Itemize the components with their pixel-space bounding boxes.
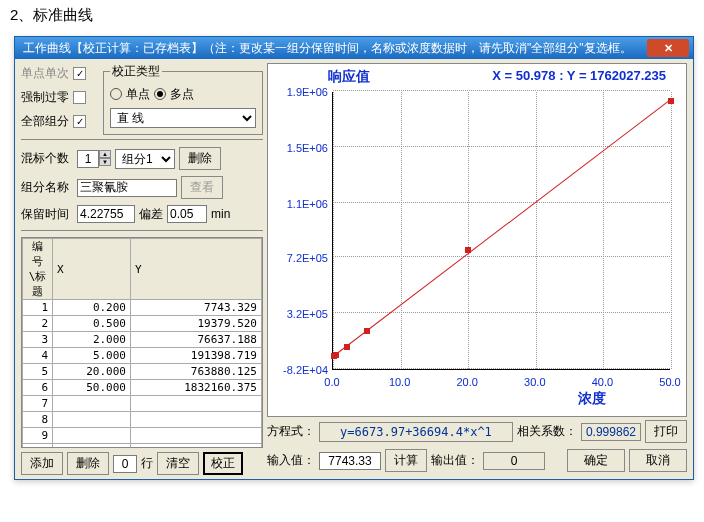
col-y: Y xyxy=(131,239,262,300)
chart-coord: X = 50.978 : Y = 1762027.235 xyxy=(492,68,666,83)
app-window: 工作曲线【校正计算：已存档表】（注：更改某一组分保留时间，名称或浓度数据时，请先… xyxy=(14,36,694,480)
table-row[interactable]: 8 xyxy=(23,412,262,428)
deviation-label: 偏差 xyxy=(139,206,163,223)
table-row[interactable]: 45.000191398.719 xyxy=(23,348,262,364)
fit-type-select[interactable]: 直 线 xyxy=(110,108,256,128)
table-row[interactable]: 20.50019379.520 xyxy=(23,316,262,332)
all-groups-checkbox[interactable]: ✓ xyxy=(73,115,86,128)
group-select[interactable]: 组分1 xyxy=(115,149,175,169)
clear-button[interactable]: 清空 xyxy=(157,452,199,475)
radio-single[interactable] xyxy=(110,88,122,100)
retention-input[interactable] xyxy=(77,205,135,223)
chart-ylabel: 响应值 xyxy=(328,68,370,86)
data-table: 编号\标题 X Y 10.2007743.32920.50019379.5203… xyxy=(21,237,263,448)
table-row[interactable]: 10.2007743.329 xyxy=(23,300,262,316)
rcoef-label: 相关系数： xyxy=(517,423,577,440)
table-row[interactable]: 520.000763880.125 xyxy=(23,364,262,380)
window-title: 工作曲线【校正计算：已存档表】（注：更改某一组分保留时间，名称或浓度数据时，请先… xyxy=(19,40,647,57)
correct-button[interactable]: 校正 xyxy=(203,452,243,475)
force-zero-label: 强制过零 xyxy=(21,89,69,106)
mixstd-count-label: 混标个数 xyxy=(21,150,73,167)
row-index-input[interactable] xyxy=(113,455,137,473)
mixstd-count-input[interactable] xyxy=(77,150,99,168)
unit-min: min xyxy=(211,207,230,221)
calc-button[interactable]: 计算 xyxy=(385,449,427,472)
all-groups-label: 全部组分 xyxy=(21,113,69,130)
ok-button[interactable]: 确定 xyxy=(567,449,625,472)
col-rownum: 编号\标题 xyxy=(23,239,53,300)
single-mode-checkbox[interactable]: ✓ xyxy=(73,67,86,80)
group-name-label: 组分名称 xyxy=(21,179,73,196)
delete-group-button[interactable]: 删除 xyxy=(179,147,221,170)
deviation-input[interactable] xyxy=(167,205,207,223)
table-row[interactable]: 7 xyxy=(23,396,262,412)
group-name-input[interactable] xyxy=(77,179,177,197)
output-label: 输出值： xyxy=(431,452,479,469)
input-label: 输入值： xyxy=(267,452,315,469)
output-value: 0 xyxy=(483,452,545,470)
rcoef-value: 0.999862 xyxy=(581,423,641,441)
table-row[interactable]: 9 xyxy=(23,428,262,444)
equation-label: 方程式： xyxy=(267,423,315,440)
retention-label: 保留时间 xyxy=(21,206,73,223)
calib-type-legend: 校正类型 xyxy=(110,63,162,80)
radio-multi[interactable] xyxy=(154,88,166,100)
table-row[interactable]: 650.0001832160.375 xyxy=(23,380,262,396)
force-zero-checkbox[interactable] xyxy=(73,91,86,104)
spin-up[interactable]: ▲ xyxy=(99,150,111,158)
close-button[interactable]: ✕ xyxy=(647,39,689,57)
delete-button[interactable]: 删除 xyxy=(67,452,109,475)
input-value[interactable] xyxy=(319,452,381,470)
plot-area xyxy=(332,92,670,370)
single-mode-label: 单点单次 xyxy=(21,65,69,82)
table-row[interactable]: 32.00076637.188 xyxy=(23,332,262,348)
chart-xlabel: 浓度 xyxy=(578,390,606,408)
col-x: X xyxy=(53,239,131,300)
equation-value: y=6673.97+36694.4*x^1 xyxy=(319,422,513,442)
cancel-button[interactable]: 取消 xyxy=(629,449,687,472)
row-unit: 行 xyxy=(141,455,153,472)
chart-area: 响应值 X = 50.978 : Y = 1762027.235 浓度 -8.2… xyxy=(267,63,687,417)
print-button[interactable]: 打印 xyxy=(645,420,687,443)
section-title: 2、标准曲线 xyxy=(0,0,704,29)
titlebar: 工作曲线【校正计算：已存档表】（注：更改某一组分保留时间，名称或浓度数据时，请先… xyxy=(15,37,693,59)
spin-down[interactable]: ▼ xyxy=(99,158,111,166)
add-button[interactable]: 添加 xyxy=(21,452,63,475)
fit-line xyxy=(333,98,672,356)
browse-button[interactable]: 查看 xyxy=(181,176,223,199)
